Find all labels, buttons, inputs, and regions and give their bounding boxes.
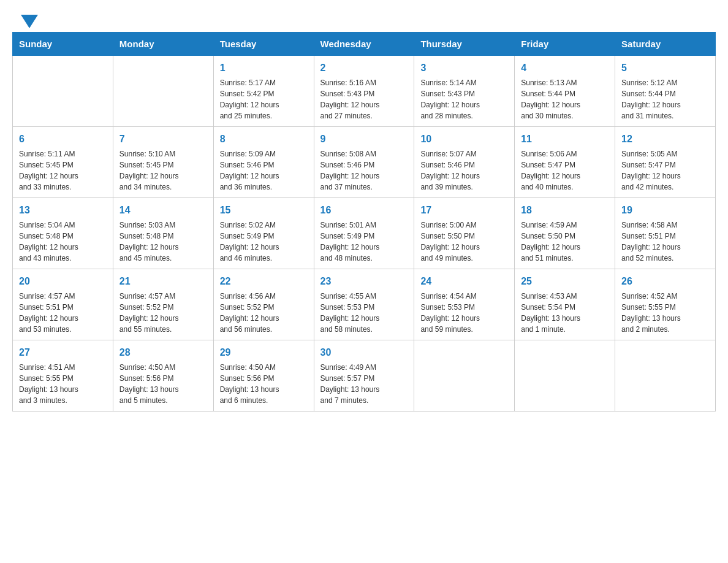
calendar-cell: 12Sunrise: 5:05 AMSunset: 5:47 PMDayligh… [615, 127, 716, 198]
day-info: Sunrise: 5:02 AMSunset: 5:49 PMDaylight:… [220, 220, 308, 264]
day-number: 16 [320, 203, 408, 218]
calendar-cell: 4Sunrise: 5:13 AMSunset: 5:44 PMDaylight… [515, 56, 615, 127]
day-number: 26 [621, 274, 709, 289]
calendar-cell: 8Sunrise: 5:09 AMSunset: 5:46 PMDaylight… [213, 127, 314, 198]
day-number: 28 [119, 345, 207, 360]
day-number: 10 [420, 132, 508, 147]
calendar-container: SundayMondayTuesdayWednesdayThursdayFrid… [0, 32, 728, 424]
logo [18, 12, 38, 26]
calendar-cell: 14Sunrise: 5:03 AMSunset: 5:48 PMDayligh… [113, 198, 213, 269]
day-number: 2 [320, 61, 408, 75]
day-number: 14 [119, 203, 207, 218]
calendar-cell: 27Sunrise: 4:51 AMSunset: 5:55 PMDayligh… [13, 340, 113, 412]
day-info: Sunrise: 5:08 AMSunset: 5:46 PMDaylight:… [320, 148, 408, 193]
calendar-cell: 13Sunrise: 5:04 AMSunset: 5:48 PMDayligh… [13, 198, 113, 269]
calendar-cell: 2Sunrise: 5:16 AMSunset: 5:43 PMDaylight… [314, 56, 414, 127]
calendar-cell: 24Sunrise: 4:54 AMSunset: 5:53 PMDayligh… [414, 269, 515, 340]
day-info: Sunrise: 5:13 AMSunset: 5:44 PMDaylight:… [521, 77, 609, 121]
day-number: 20 [19, 274, 107, 289]
day-info: Sunrise: 5:12 AMSunset: 5:44 PMDaylight:… [621, 77, 709, 121]
calendar-cell: 23Sunrise: 4:55 AMSunset: 5:53 PMDayligh… [314, 269, 414, 340]
calendar-cell [113, 56, 213, 127]
day-info: Sunrise: 5:16 AMSunset: 5:43 PMDaylight:… [320, 77, 408, 121]
calendar-cell: 22Sunrise: 4:56 AMSunset: 5:52 PMDayligh… [213, 269, 314, 340]
page-header [0, 0, 728, 32]
calendar-header-saturday: Saturday [615, 33, 716, 56]
logo-triangle-icon [21, 15, 38, 28]
day-number: 15 [220, 203, 308, 218]
day-number: 24 [420, 274, 508, 289]
calendar-cell: 17Sunrise: 5:00 AMSunset: 5:50 PMDayligh… [414, 198, 515, 269]
day-info: Sunrise: 4:51 AMSunset: 5:55 PMDaylight:… [19, 362, 107, 406]
calendar-cell [414, 340, 515, 412]
calendar-table: SundayMondayTuesdayWednesdayThursdayFrid… [12, 32, 716, 412]
calendar-cell [13, 56, 113, 127]
calendar-header-row: SundayMondayTuesdayWednesdayThursdayFrid… [13, 33, 716, 56]
day-info: Sunrise: 5:14 AMSunset: 5:43 PMDaylight:… [420, 77, 508, 121]
calendar-header-wednesday: Wednesday [314, 33, 414, 56]
day-info: Sunrise: 5:05 AMSunset: 5:47 PMDaylight:… [621, 148, 709, 193]
day-number: 11 [521, 132, 609, 147]
day-info: Sunrise: 4:59 AMSunset: 5:50 PMDaylight:… [521, 220, 609, 264]
day-number: 5 [621, 61, 709, 75]
day-number: 25 [521, 274, 609, 289]
day-info: Sunrise: 5:03 AMSunset: 5:48 PMDaylight:… [119, 220, 207, 264]
day-number: 12 [621, 132, 709, 147]
day-info: Sunrise: 4:53 AMSunset: 5:54 PMDaylight:… [521, 291, 609, 335]
day-number: 23 [320, 274, 408, 289]
day-info: Sunrise: 5:11 AMSunset: 5:45 PMDaylight:… [19, 148, 107, 193]
calendar-cell: 20Sunrise: 4:57 AMSunset: 5:51 PMDayligh… [13, 269, 113, 340]
day-info: Sunrise: 4:57 AMSunset: 5:51 PMDaylight:… [19, 291, 107, 335]
day-number: 19 [621, 203, 709, 218]
day-number: 6 [19, 132, 107, 147]
day-info: Sunrise: 4:54 AMSunset: 5:53 PMDaylight:… [420, 291, 508, 335]
calendar-cell: 28Sunrise: 4:50 AMSunset: 5:56 PMDayligh… [113, 340, 213, 412]
day-info: Sunrise: 4:57 AMSunset: 5:52 PMDaylight:… [119, 291, 207, 335]
calendar-week-2: 6Sunrise: 5:11 AMSunset: 5:45 PMDaylight… [13, 127, 716, 198]
day-info: Sunrise: 4:50 AMSunset: 5:56 PMDaylight:… [119, 362, 207, 406]
day-info: Sunrise: 5:06 AMSunset: 5:47 PMDaylight:… [521, 148, 609, 193]
day-number: 21 [119, 274, 207, 289]
day-info: Sunrise: 4:50 AMSunset: 5:56 PMDaylight:… [220, 362, 308, 406]
day-info: Sunrise: 4:52 AMSunset: 5:55 PMDaylight:… [621, 291, 709, 335]
day-number: 8 [220, 132, 308, 147]
day-info: Sunrise: 4:49 AMSunset: 5:57 PMDaylight:… [320, 362, 408, 406]
calendar-header-friday: Friday [515, 33, 615, 56]
day-number: 27 [19, 345, 107, 360]
day-info: Sunrise: 5:04 AMSunset: 5:48 PMDaylight:… [19, 220, 107, 264]
day-number: 22 [220, 274, 308, 289]
calendar-cell: 16Sunrise: 5:01 AMSunset: 5:49 PMDayligh… [314, 198, 414, 269]
calendar-week-5: 27Sunrise: 4:51 AMSunset: 5:55 PMDayligh… [13, 340, 716, 412]
calendar-cell: 10Sunrise: 5:07 AMSunset: 5:46 PMDayligh… [414, 127, 515, 198]
day-info: Sunrise: 5:09 AMSunset: 5:46 PMDaylight:… [220, 148, 308, 193]
calendar-cell: 21Sunrise: 4:57 AMSunset: 5:52 PMDayligh… [113, 269, 213, 340]
day-number: 17 [420, 203, 508, 218]
day-info: Sunrise: 4:58 AMSunset: 5:51 PMDaylight:… [621, 220, 709, 264]
day-number: 1 [220, 61, 308, 75]
day-number: 3 [420, 61, 508, 75]
day-info: Sunrise: 4:56 AMSunset: 5:52 PMDaylight:… [220, 291, 308, 335]
day-number: 30 [320, 345, 408, 360]
day-number: 9 [320, 132, 408, 147]
calendar-cell [515, 340, 615, 412]
calendar-cell: 18Sunrise: 4:59 AMSunset: 5:50 PMDayligh… [515, 198, 615, 269]
calendar-cell: 1Sunrise: 5:17 AMSunset: 5:42 PMDaylight… [213, 56, 314, 127]
calendar-cell: 19Sunrise: 4:58 AMSunset: 5:51 PMDayligh… [615, 198, 716, 269]
calendar-cell: 26Sunrise: 4:52 AMSunset: 5:55 PMDayligh… [615, 269, 716, 340]
calendar-cell: 3Sunrise: 5:14 AMSunset: 5:43 PMDaylight… [414, 56, 515, 127]
day-number: 18 [521, 203, 609, 218]
day-number: 13 [19, 203, 107, 218]
calendar-cell: 25Sunrise: 4:53 AMSunset: 5:54 PMDayligh… [515, 269, 615, 340]
calendar-cell: 7Sunrise: 5:10 AMSunset: 5:45 PMDaylight… [113, 127, 213, 198]
calendar-cell [615, 340, 716, 412]
day-info: Sunrise: 5:00 AMSunset: 5:50 PMDaylight:… [420, 220, 508, 264]
day-info: Sunrise: 5:07 AMSunset: 5:46 PMDaylight:… [420, 148, 508, 193]
day-info: Sunrise: 5:01 AMSunset: 5:49 PMDaylight:… [320, 220, 408, 264]
calendar-header-tuesday: Tuesday [213, 33, 314, 56]
calendar-cell: 15Sunrise: 5:02 AMSunset: 5:49 PMDayligh… [213, 198, 314, 269]
calendar-week-3: 13Sunrise: 5:04 AMSunset: 5:48 PMDayligh… [13, 198, 716, 269]
calendar-header-thursday: Thursday [414, 33, 515, 56]
calendar-header-monday: Monday [113, 33, 213, 56]
calendar-cell: 5Sunrise: 5:12 AMSunset: 5:44 PMDaylight… [615, 56, 716, 127]
calendar-cell: 11Sunrise: 5:06 AMSunset: 5:47 PMDayligh… [515, 127, 615, 198]
